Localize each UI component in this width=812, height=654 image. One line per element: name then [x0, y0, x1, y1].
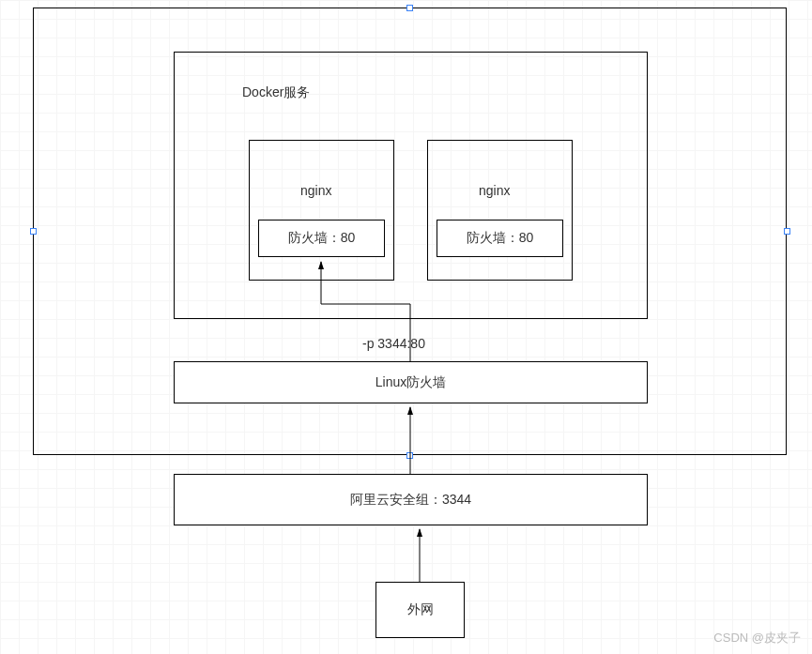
external-network-label: 外网 [407, 601, 434, 618]
nginx-2-title: nginx [479, 183, 510, 198]
aliyun-security-group-box: 阿里云安全组：3344 [174, 474, 648, 525]
nginx-1-firewall-box: 防火墙：80 [258, 220, 385, 257]
nginx-2-firewall-box: 防火墙：80 [437, 220, 563, 257]
selection-handle[interactable] [406, 5, 413, 11]
linux-firewall-box: Linux防火墙 [174, 361, 648, 403]
external-network-box: 外网 [375, 582, 465, 638]
nginx-2-firewall-label: 防火墙：80 [467, 230, 534, 247]
linux-firewall-label: Linux防火墙 [375, 374, 446, 391]
nginx-container-2 [427, 140, 573, 281]
docker-service-label: Docker服务 [242, 84, 310, 101]
port-map-label: -p 3344:80 [362, 336, 425, 351]
watermark: CSDN @皮夹子 [713, 630, 801, 646]
nginx-1-title: nginx [300, 183, 331, 198]
nginx-1-firewall-label: 防火墙：80 [288, 230, 356, 247]
aliyun-security-group-label: 阿里云安全组：3344 [350, 492, 471, 509]
nginx-container-1 [249, 140, 394, 281]
selection-handle[interactable] [30, 228, 37, 235]
selection-handle[interactable] [406, 452, 413, 459]
selection-handle[interactable] [784, 228, 790, 235]
